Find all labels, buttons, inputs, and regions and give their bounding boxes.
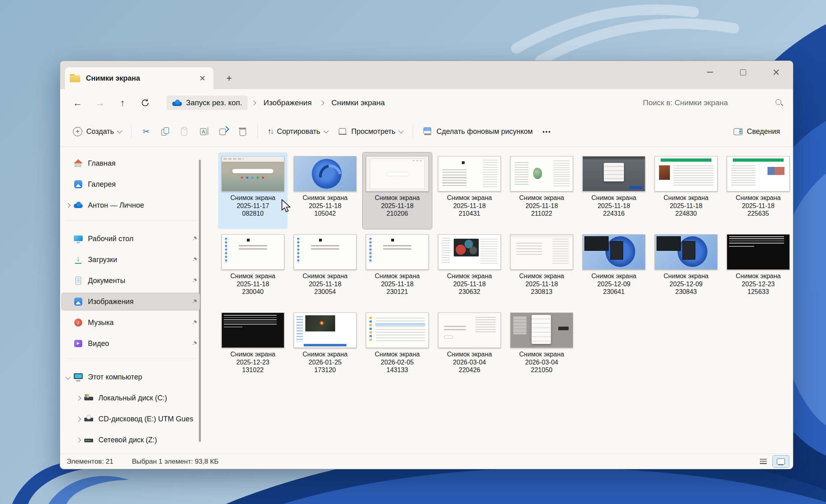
details-view-toggle[interactable]: [755, 456, 771, 467]
sidebar-item-cd-drive-e[interactable]: CD-дисковод (E:) UTM Gues: [72, 410, 200, 427]
thumbnail-detail: [661, 158, 711, 162]
thumbnail-detail: [511, 235, 573, 237]
delete-button[interactable]: [233, 123, 252, 140]
sidebar-item-documents[interactable]: Документы: [62, 272, 200, 289]
file-tile[interactable]: Снимок экрана2025-11-18210206: [363, 152, 432, 229]
breadcrumb-segment-pictures[interactable]: Изображения: [259, 96, 315, 110]
create-button[interactable]: + Создать: [68, 123, 126, 140]
file-name-date: 2025-11-18: [218, 280, 288, 288]
file-tile[interactable]: Снимок экрана2025-11-18210431: [435, 152, 504, 229]
file-tile[interactable]: Снимок экрана2026-01-25173120: [290, 309, 360, 385]
search-input[interactable]: [642, 98, 771, 108]
expand-chevron[interactable]: [62, 204, 74, 207]
rename-button[interactable]: [194, 123, 214, 140]
file-name-title: Снимок экрана: [218, 194, 288, 202]
tab-close-icon[interactable]: [196, 72, 209, 84]
file-tile[interactable]: Снимок экрана2025-11-18211022: [507, 152, 576, 229]
sidebar-item-pictures[interactable]: Изображения: [62, 293, 200, 310]
details-pane-icon: [733, 127, 743, 136]
new-tab-button[interactable]: +: [222, 71, 236, 85]
file-tile[interactable]: Снимок экрана2026-03-04221050: [507, 309, 576, 385]
expand-chevron[interactable]: [62, 375, 74, 379]
sidebar-item-music[interactable]: Музыка: [62, 314, 200, 331]
sidebar-item-videos[interactable]: Видео: [62, 335, 200, 352]
file-tile[interactable]: Снимок экрана2025-12-23125633: [724, 231, 793, 307]
file-name-time: 230121: [363, 288, 432, 296]
file-tile[interactable]: Снимок экрана2025-12-09230843: [651, 231, 721, 307]
file-tile[interactable]: Снимок экрана2026-02-05143133: [363, 309, 432, 385]
breadcrumb-segment-screenshots[interactable]: Снимки экрана: [327, 96, 389, 110]
chevron-down-icon: [65, 375, 71, 380]
minimize-button[interactable]: [699, 64, 721, 80]
file-tile[interactable]: Снимок экрана2025-11-17082810: [218, 152, 288, 229]
thumbnail-detail: [657, 236, 681, 251]
file-thumbnail: [655, 156, 718, 192]
more-options-button[interactable]: •••: [538, 125, 556, 139]
maximize-button[interactable]: [732, 64, 754, 80]
tab-screenshots[interactable]: Снимки экрана: [65, 67, 213, 89]
sidebar-item-network-disk-z[interactable]: Сетевой диск (Z:): [72, 431, 200, 448]
sidebar-item-onedrive-personal[interactable]: Антон — Личное: [62, 197, 200, 214]
file-tile[interactable]: Снимок экрана2025-11-18230121: [363, 231, 432, 307]
copy-button[interactable]: [156, 123, 175, 140]
search-box[interactable]: [642, 98, 783, 108]
sidebar-item-label: Загрузки: [88, 256, 189, 264]
file-name-time: 230632: [435, 288, 504, 296]
file-name-title: Снимок экрана: [579, 194, 649, 202]
view-button[interactable]: Просмотреть: [333, 123, 408, 140]
sort-button[interactable]: ↑↓ Сортировать: [263, 123, 333, 140]
large-icons-view-toggle[interactable]: [773, 456, 789, 467]
up-button[interactable]: ↑: [114, 94, 131, 111]
file-tile[interactable]: Снимок экрана2025-12-23131022: [218, 309, 288, 385]
thumbnail-detail: [659, 165, 670, 180]
paste-button: [175, 123, 194, 140]
sidebar-item-home[interactable]: Главная: [62, 155, 200, 172]
breadcrumb-segment-backup-run[interactable]: Запуск рез. коп.: [167, 96, 248, 110]
refresh-button[interactable]: [137, 94, 154, 111]
thumbnail-detail: [224, 327, 242, 327]
share-button[interactable]: [214, 123, 233, 140]
paste-icon: [180, 127, 190, 136]
chevron-down-icon: [323, 128, 329, 133]
file-tile[interactable]: Снимок экрана2026-03-04220426: [435, 309, 504, 385]
file-name-title: Снимок экрана: [507, 350, 576, 358]
close-button[interactable]: [765, 64, 787, 80]
chevron-down-icon: [117, 128, 123, 133]
file-tile[interactable]: Снимок экрана2025-11-18230632: [435, 231, 504, 307]
file-thumbnail: [510, 234, 573, 270]
expand-chevron[interactable]: [72, 438, 84, 442]
file-tile[interactable]: Снимок экрана2025-11-18230054: [290, 231, 360, 307]
file-name-title: Снимок экрана: [507, 272, 576, 280]
expand-chevron[interactable]: [72, 396, 84, 400]
sidebar-item-local-disk-c[interactable]: Локальный диск (C:): [72, 389, 200, 406]
thumbnail-detail: [558, 327, 569, 330]
sidebar-item-label: Рабочий стол: [88, 235, 189, 243]
file-name-date: 2025-11-17: [218, 202, 288, 210]
file-name-time: 131022: [218, 366, 288, 374]
thumbnail-detail: [224, 315, 277, 325]
file-name-date: 2025-11-18: [290, 280, 360, 288]
file-tile[interactable]: Снимок экрана2025-11-18230813: [507, 231, 576, 307]
file-tile[interactable]: Снимок экрана2025-11-18224316: [579, 152, 649, 229]
file-tile[interactable]: Снимок экрана2025-11-18230040: [218, 231, 288, 307]
sidebar-item-downloads[interactable]: Загрузки: [62, 251, 200, 268]
expand-chevron[interactable]: [72, 417, 84, 421]
plus-circle-icon: +: [73, 127, 82, 136]
cut-button[interactable]: ✂: [136, 123, 156, 140]
file-tile[interactable]: Снимок экрана2025-11-18105042: [290, 152, 360, 229]
thumbnail-detail: [311, 245, 339, 250]
set-wallpaper-button[interactable]: Сделать фоновым рисунком: [418, 123, 538, 140]
forward-button[interactable]: →: [92, 94, 108, 111]
file-name-time: 230641: [579, 288, 649, 296]
address-bar: ← → ↑ Запуск рез. коп.ИзображенияСнимки …: [60, 89, 793, 117]
details-pane-button[interactable]: Сведения: [728, 123, 785, 140]
sidebar-item-this-pc[interactable]: Этот компьютер: [62, 369, 200, 385]
sidebar-item-gallery[interactable]: Галерея: [62, 176, 200, 193]
sidebar-item-desktop[interactable]: Рабочий стол: [62, 230, 200, 247]
file-tile[interactable]: Снимок экрана2025-12-09230641: [579, 231, 649, 307]
back-button[interactable]: ←: [69, 94, 86, 111]
file-tile[interactable]: Снимок экрана2025-11-18224830: [651, 152, 721, 229]
file-tile[interactable]: Снимок экрана2025-11-18225635: [724, 152, 793, 229]
file-thumbnail: [366, 312, 429, 348]
pin-icon: [189, 236, 200, 242]
